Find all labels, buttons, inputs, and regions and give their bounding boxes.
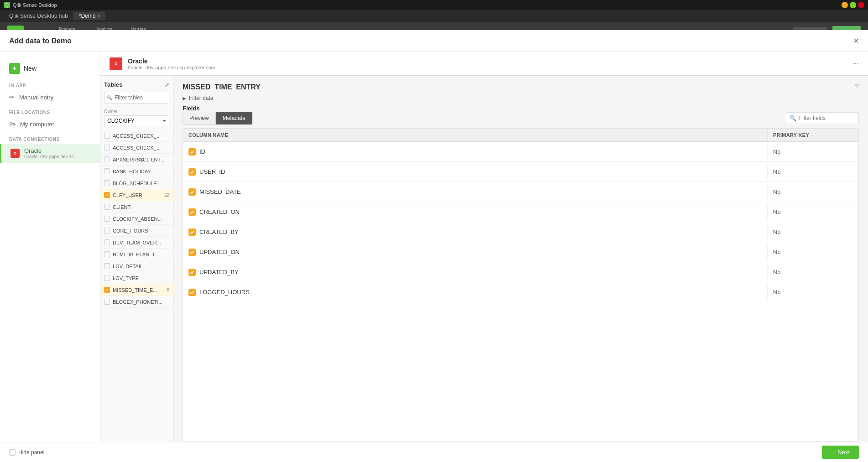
field-pk-cell: No: [767, 225, 858, 239]
next-button[interactable]: ··· Next: [822, 446, 859, 459]
table-checkbox[interactable]: [104, 239, 110, 245]
field-row: IDNo: [183, 142, 858, 162]
fields-search-icon: 🔍: [790, 115, 796, 121]
field-checkbox[interactable]: [188, 249, 196, 256]
tables-list: ACCESS_CHECK_...ACCESS_CHECK_...APXSERRS…: [100, 130, 173, 442]
table-checkbox[interactable]: [104, 263, 110, 269]
connection-info: Oracle Oracle_dev-apps-dev.dsp-explorer.…: [128, 57, 847, 70]
title-bar: Q Qlik Sense Desktop: [0, 0, 868, 10]
manual-entry-label: Manual entry: [19, 94, 53, 101]
table-name: MISSED_TIME_E...: [113, 287, 164, 293]
filter-data-row[interactable]: ▶ Filter data: [173, 91, 868, 105]
tab-metadata-button[interactable]: Metadata: [216, 112, 252, 125]
field-checkbox[interactable]: [188, 168, 196, 176]
owner-row: Owner CLOCKIFY: [100, 107, 173, 130]
modal-close-button[interactable]: ×: [853, 36, 859, 46]
tab-buttons: Preview Metadata: [183, 112, 252, 125]
field-name-cell: UPDATED_ON: [183, 245, 767, 260]
table-checkbox[interactable]: [104, 275, 110, 281]
field-checkbox[interactable]: [188, 269, 196, 276]
table-checkbox[interactable]: [104, 180, 110, 186]
table-checkbox[interactable]: ✓: [104, 287, 110, 293]
my-computer-item[interactable]: 🗁 My computer: [0, 117, 100, 131]
hide-panel-checkbox[interactable]: [9, 449, 16, 456]
minimize-button[interactable]: [842, 2, 848, 8]
help-icon[interactable]: ?: [855, 83, 859, 91]
table-checkbox[interactable]: [104, 168, 110, 174]
table-row[interactable]: DEV_TEAM_OVER...: [100, 237, 173, 249]
table-row[interactable]: BLOGEX_PHONETI...: [100, 296, 173, 308]
tables-search-wrapper: 🔍: [104, 92, 169, 104]
table-row[interactable]: LOV_DETAIL: [100, 260, 173, 272]
new-button[interactable]: + New: [0, 59, 100, 78]
fields-section: Fields: [173, 105, 868, 112]
fields-search-input[interactable]: [786, 112, 859, 124]
table-checkbox[interactable]: ✓: [104, 192, 110, 198]
table-row[interactable]: ✓CLFY_USER22: [100, 189, 173, 201]
oracle-url: Oracle_dev-apps-dev.dsp-explorer.com: [24, 154, 79, 159]
connection-menu-icon[interactable]: ···: [852, 59, 859, 68]
field-row: CREATED_BYNo: [183, 222, 858, 242]
maximize-button[interactable]: [850, 2, 856, 8]
tabs-row: Preview Metadata 🔍: [173, 112, 868, 125]
tables-panel: Tables ⤢ 🔍 Owner CLOCKIFY: [100, 76, 173, 442]
field-checkbox[interactable]: [188, 228, 196, 236]
table-row[interactable]: ✓MISSED_TIME_E...8: [100, 284, 173, 296]
field-checkbox[interactable]: [188, 208, 196, 216]
modal-header: Add data to Demo ×: [0, 30, 868, 52]
field-name: LOGGED_HOURS: [199, 289, 250, 296]
hub-tab[interactable]: Qlik Sense Desktop hub: [4, 12, 73, 20]
add-data-modal: Add data to Demo × + New IN-APP ✏ Manual…: [0, 30, 868, 462]
table-checkbox[interactable]: [104, 228, 110, 234]
in-app-section-label: IN-APP: [0, 78, 100, 90]
table-name: APXSERRS$CLIENT...: [113, 157, 169, 162]
table-row[interactable]: HTMLDB_PLAN_T...: [100, 249, 173, 260]
oracle-info: Oracle Oracle_dev-apps-dev.dsp-explorer.…: [24, 147, 79, 159]
field-pk-cell: No: [767, 165, 858, 179]
filter-data-label: Filter data: [189, 95, 213, 101]
field-name-cell: CREATED_BY: [183, 225, 767, 239]
folder-icon: 🗁: [9, 120, 16, 128]
hide-panel-checkbox-wrapper[interactable]: Hide panel: [9, 449, 44, 456]
field-checkbox[interactable]: [188, 148, 196, 156]
tab-preview-button[interactable]: Preview: [183, 112, 216, 125]
field-pk-cell: No: [767, 205, 858, 219]
tab-bar: Qlik Sense Desktop hub *Demo ×: [0, 10, 868, 22]
table-checkbox[interactable]: [104, 299, 110, 305]
table-row[interactable]: CORE_HOURS: [100, 225, 173, 237]
field-checkbox[interactable]: [188, 188, 196, 196]
tables-title: Tables: [104, 81, 122, 88]
demo-tab[interactable]: *Demo ×: [73, 12, 106, 20]
oracle-sidebar-item[interactable]: O Oracle Oracle_dev-apps-dev.dsp-explore…: [0, 144, 100, 163]
manual-entry-item[interactable]: ✏ Manual entry: [0, 90, 100, 104]
table-row[interactable]: APXSERRS$CLIENT...: [100, 154, 173, 166]
table-checkbox[interactable]: [104, 133, 110, 139]
fields-table-container: Column name Primary key IDNoUSER_IDNoMIS…: [183, 128, 859, 442]
field-name: UPDATED_BY: [199, 269, 239, 275]
tab-close-icon[interactable]: ×: [97, 14, 100, 19]
table-checkbox[interactable]: [104, 145, 110, 151]
table-checkbox[interactable]: [104, 216, 110, 222]
field-name: USER_ID: [199, 168, 225, 175]
owner-select[interactable]: CLOCKIFY: [104, 115, 169, 126]
owner-section: Tables ⤢ 🔍: [100, 76, 173, 107]
tables-search-input[interactable]: [104, 92, 169, 104]
modal-body: + New IN-APP ✏ Manual entry FILE LOCATIO…: [0, 52, 868, 442]
table-checkbox[interactable]: [104, 251, 110, 257]
table-row[interactable]: BANK_HOLIDAY: [100, 166, 173, 177]
table-name: ACCESS_CHECK_...: [113, 133, 169, 139]
table-row[interactable]: CLOCKIFY_ABSEN...: [100, 213, 173, 225]
table-row[interactable]: CLIENT: [100, 201, 173, 213]
col-name-header: Column name: [183, 129, 767, 141]
field-checkbox[interactable]: [188, 289, 196, 296]
table-row[interactable]: ACCESS_CHECK_...: [100, 130, 173, 142]
table-checkbox[interactable]: [104, 156, 110, 162]
table-row[interactable]: LOV_TYPE: [100, 272, 173, 284]
field-pk-cell: No: [767, 185, 858, 199]
table-checkbox[interactable]: [104, 204, 110, 210]
close-window-button[interactable]: [858, 2, 864, 8]
table-row[interactable]: ACCESS_CHECK_...: [100, 142, 173, 154]
table-row[interactable]: BLOG_SCHEDULE: [100, 177, 173, 189]
expand-icon[interactable]: ⤢: [165, 82, 169, 88]
field-name: CREATED_BY: [199, 228, 239, 235]
